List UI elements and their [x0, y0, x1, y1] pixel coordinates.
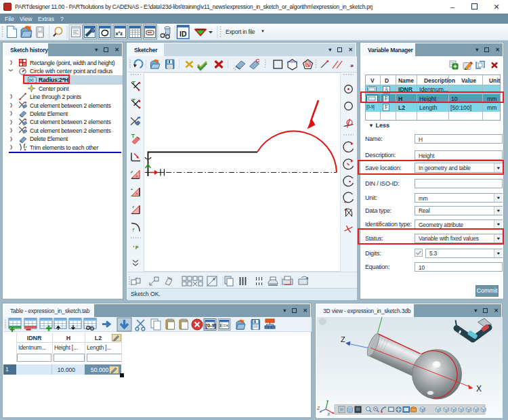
svg-text:ID: ID	[179, 30, 187, 38]
svg-text:X: X	[476, 384, 482, 394]
svg-text:Z: Z	[341, 335, 345, 343]
svg-text:A: A	[135, 174, 138, 178]
svg-text:N: N	[306, 62, 310, 67]
svg-text:X: X	[326, 412, 331, 417]
svg-text:f: f	[132, 205, 135, 210]
svg-text:»: »	[350, 62, 354, 69]
svg-text:f: f	[132, 228, 135, 233]
svg-text:A: A	[135, 192, 138, 196]
svg-text:C: C	[256, 58, 260, 64]
svg-text:x²z: x²z	[116, 30, 123, 37]
svg-text:[0-9]: [0-9]	[206, 322, 217, 329]
svg-text:'P: 'P	[132, 245, 139, 251]
svg-text:E=×: E=×	[220, 323, 229, 328]
